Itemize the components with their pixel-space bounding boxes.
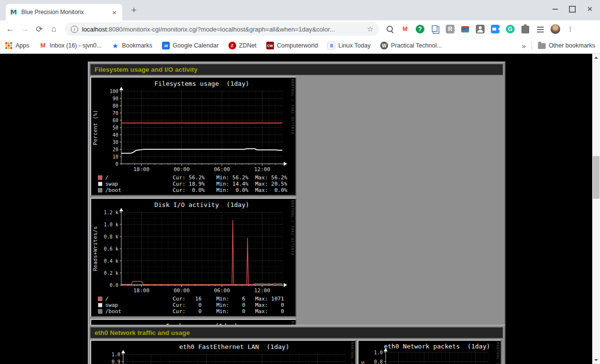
linuxtoday-icon: lt bbox=[327, 42, 335, 49]
other-bookmarks-label: Other bookmarks bbox=[549, 42, 595, 49]
gmail-icon[interactable]: M bbox=[400, 24, 410, 34]
bookmark-label: ZDNet bbox=[239, 42, 257, 49]
chat-question-icon[interactable]: ? bbox=[415, 24, 425, 34]
bookmark-item[interactable]: ZZDNet bbox=[228, 42, 257, 49]
other-bookmarks-button[interactable]: Other bookmarks bbox=[538, 42, 595, 49]
scrollbar-thumb[interactable] bbox=[593, 156, 600, 199]
bookmark-item[interactable]: ltLinux Today bbox=[327, 42, 371, 49]
scrollbar[interactable] bbox=[592, 54, 600, 364]
zoom-icon[interactable] bbox=[490, 24, 500, 34]
puzzle-icon[interactable] bbox=[520, 24, 530, 34]
legend-cur: Cur: 16 bbox=[173, 296, 202, 302]
bookmark-item[interactable]: 28Google Calendar bbox=[162, 42, 219, 49]
bookmark-label: Computerworld bbox=[277, 42, 318, 49]
graph-canvas: eth0 FastEthernet LAN (1day)1.00.90.80.7… bbox=[91, 341, 355, 364]
bookmark-star-icon[interactable]: ☆ bbox=[367, 25, 373, 33]
legend-max: Max: 0 bbox=[255, 302, 284, 308]
browser-tab[interactable]: M Blue Precision Monitorix × bbox=[6, 4, 122, 20]
browser-toolbar: ← → ⟳ ⌂ i localhost:8080/monitorix-cgi/m… bbox=[0, 20, 600, 38]
graph-panel[interactable]: eth0 Network packets (1day)Packets/s1.00… bbox=[357, 340, 502, 364]
url-path: :8080/monitorix-cgi/monitorix.cgi?mode=l… bbox=[107, 26, 335, 33]
svg-text:Packets/s: Packets/s bbox=[359, 361, 366, 364]
grammarly-icon[interactable]: G bbox=[505, 24, 515, 34]
svg-text:18:00: 18:00 bbox=[133, 166, 149, 173]
svg-text:70: 70 bbox=[113, 111, 118, 116]
svg-text:0.9: 0.9 bbox=[112, 359, 120, 364]
r-extension-icon[interactable]: R bbox=[445, 24, 455, 34]
home-button[interactable]: ⌂ bbox=[48, 23, 60, 35]
legend-cur: Cur: 0 bbox=[173, 302, 202, 308]
svg-text:1.0: 1.0 bbox=[374, 350, 383, 355]
svg-text:20: 20 bbox=[113, 147, 118, 152]
url-text[interactable]: localhost:8080/monitorix-cgi/monitorix.c… bbox=[82, 26, 363, 33]
bookmark-item[interactable]: MInbox (16) - sjvn0... bbox=[39, 42, 102, 49]
legend-color-swatch bbox=[98, 297, 102, 301]
graph-panel[interactable]: Filesystems usage (1day)Percent (%)10090… bbox=[90, 77, 296, 196]
search-icon[interactable] bbox=[385, 24, 395, 34]
web-page: Filesystem usage and I/O activity Filesy… bbox=[0, 54, 600, 364]
section-filesystem: Filesystem usage and I/O activity Filesy… bbox=[88, 62, 505, 364]
svg-text:50: 50 bbox=[113, 125, 118, 130]
legend-row: /Cur: 56.2%Min: 56.2%Max: 56.2% bbox=[91, 174, 295, 181]
legend-color-swatch bbox=[98, 309, 102, 314]
legend-min: Min: 0 bbox=[216, 302, 245, 308]
scroll-down-arrow[interactable] bbox=[592, 356, 600, 364]
scroll-up-arrow[interactable] bbox=[592, 54, 600, 62]
svg-text:00:00: 00:00 bbox=[174, 287, 190, 294]
bookmarks-overflow-chevron[interactable]: » bbox=[522, 42, 526, 50]
legend-cur: Cur: 56.2% bbox=[173, 174, 205, 181]
profile-avatar[interactable] bbox=[551, 24, 560, 34]
legend-row: /bootCur: 0Min: 0Max: 0 bbox=[91, 308, 295, 315]
legend-row: swapCur: 18.9%Min: 14.4%Max: 20.5% bbox=[91, 181, 295, 187]
svg-text:12:00: 12:00 bbox=[254, 287, 270, 294]
svg-text:1.0 k: 1.0 k bbox=[104, 222, 118, 227]
bookmark-item[interactable]: ★Bookmarks bbox=[112, 42, 153, 49]
svg-text:100: 100 bbox=[110, 89, 118, 94]
star-icon: ★ bbox=[112, 42, 119, 49]
svg-text:Percent (%): Percent (%) bbox=[92, 110, 98, 145]
legend-color-swatch bbox=[98, 303, 102, 307]
bookmarks-bar: AppsMInbox (16) - sjvn0...★Bookmarks28Go… bbox=[0, 38, 600, 54]
svg-text:10: 10 bbox=[113, 154, 118, 159]
svg-text:12:00: 12:00 bbox=[254, 166, 270, 173]
maximize-button[interactable] bbox=[567, 4, 578, 15]
legend-cur: Cur: 0 bbox=[173, 308, 202, 315]
bookmark-item[interactable]: CWComputerworld bbox=[266, 42, 318, 49]
zdnet-icon: Z bbox=[228, 42, 236, 49]
copy-pages-icon[interactable] bbox=[430, 24, 440, 34]
playlist-icon[interactable] bbox=[535, 24, 545, 34]
tab-close-icon[interactable]: × bbox=[110, 8, 118, 16]
window-close-button[interactable]: × bbox=[584, 4, 595, 15]
address-bar[interactable]: i localhost:8080/monitorix-cgi/monitorix… bbox=[65, 22, 379, 36]
section-title: Filesystem usage and I/O activity bbox=[95, 66, 197, 73]
new-tab-button[interactable]: + bbox=[127, 4, 141, 17]
books-stack-icon[interactable] bbox=[460, 24, 470, 34]
bookmark-item[interactable]: Apps bbox=[5, 42, 30, 49]
computerworld-icon: CW bbox=[266, 42, 274, 49]
svg-text:90: 90 bbox=[113, 96, 118, 101]
apps-grid-icon bbox=[5, 42, 13, 49]
gmail-icon: M bbox=[39, 42, 47, 49]
menu-dots-icon[interactable]: ⋮ bbox=[566, 24, 575, 34]
rrdtool-watermark: RRDTOOL / TOBI OETIKER bbox=[496, 342, 500, 364]
rrdtool-watermark: RRDTOOL / TOBI OETIKER bbox=[291, 200, 294, 256]
svg-text:00:00: 00:00 bbox=[174, 166, 190, 173]
graph-panel[interactable]: Disk I/O activity (1day)Reads+Writes/s1.… bbox=[90, 198, 296, 317]
site-info-icon[interactable]: i bbox=[71, 26, 78, 33]
back-button[interactable]: ← bbox=[4, 23, 16, 35]
forward-button[interactable]: → bbox=[18, 23, 31, 35]
graph-grid: Filesystems usage (1day)Percent (%)10090… bbox=[90, 77, 503, 364]
legend-min: Min: 0 bbox=[216, 308, 245, 315]
minimize-button[interactable] bbox=[550, 4, 560, 15]
graph-panel[interactable]: eth0 FastEthernet LAN (1day)1.00.90.80.7… bbox=[90, 340, 356, 364]
legend-color-swatch bbox=[98, 188, 102, 192]
legend-row: /Cur: 16Min: 6Max: 1071 bbox=[91, 296, 295, 302]
legend-row: /bootCur: 0.0%Min: 0.0%Max: 0.0% bbox=[91, 187, 295, 193]
bookmark-item[interactable]: WPractical Technol... bbox=[380, 42, 442, 49]
svg-text:80: 80 bbox=[113, 103, 118, 109]
legend-max: Max: 1071 bbox=[255, 296, 284, 302]
rrdtool-watermark: RRDTOOL / TOBI OETIKER bbox=[291, 79, 294, 135]
legend-name: swap bbox=[105, 181, 118, 187]
reload-button[interactable]: ⟳ bbox=[33, 23, 46, 35]
person-badge-icon[interactable] bbox=[475, 24, 485, 34]
